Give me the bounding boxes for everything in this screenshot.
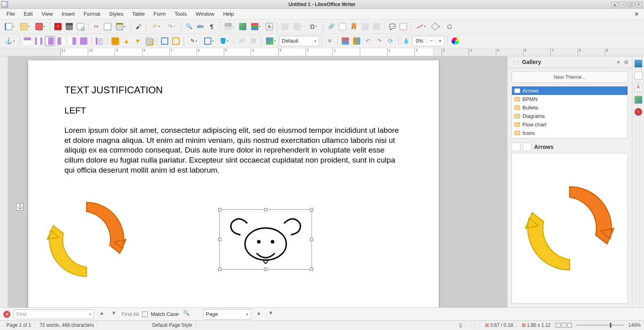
insert-symbol-button[interactable]: Ω	[306, 21, 321, 32]
window-up-button[interactable]: ▴	[611, 2, 618, 7]
insert-field-button[interactable]	[291, 21, 305, 32]
status-view-icons[interactable]	[556, 323, 572, 328]
resize-handle[interactable]	[218, 268, 221, 271]
resize-handle[interactable]	[218, 238, 221, 241]
wrap-page-button[interactable]	[33, 36, 44, 46]
clone-format-button[interactable]: 🖌	[133, 21, 144, 32]
bookmark-button[interactable]	[349, 21, 359, 32]
doc-body[interactable]: Lorem ipsum dolor sit amet, consectetur …	[64, 126, 402, 175]
menu-view[interactable]: View	[37, 10, 57, 18]
menu-window[interactable]: Window	[192, 10, 218, 18]
window-minimize-button[interactable]: –	[619, 2, 626, 7]
wrap-off-button[interactable]	[22, 36, 33, 46]
sidebar-gallery-icon[interactable]	[634, 96, 642, 104]
menu-edit[interactable]: Edit	[20, 10, 37, 18]
flip-h-button[interactable]	[351, 36, 362, 46]
sidebar-page-icon[interactable]: A	[634, 84, 642, 92]
document-page[interactable]: TEXT JUSTIFICATION LEFT Lorem ipsum dolo…	[28, 60, 439, 307]
anchor-button[interactable]: ⚓	[2, 36, 17, 46]
transparency-button[interactable]: 💧	[401, 36, 411, 46]
wrap-through-button[interactable]	[78, 36, 89, 46]
sidebar-properties-icon[interactable]	[634, 60, 642, 68]
rotate-button[interactable]: ⟳	[385, 36, 396, 46]
spellcheck-button[interactable]: abc	[195, 21, 206, 32]
status-page[interactable]: Page 1 of 1	[3, 322, 35, 328]
status-pagestyle[interactable]: Default Page Style	[149, 322, 196, 328]
gallery-grid-view-button[interactable]	[512, 142, 520, 151]
sidebar-settings-icon[interactable]: ⚙	[624, 59, 629, 65]
nav-prev-button[interactable]: ▲	[254, 310, 263, 319]
transparency-spin[interactable]: 0% − +	[412, 36, 445, 46]
redo-button[interactable]: ↷	[164, 21, 179, 32]
menu-tools[interactable]: Tools	[171, 10, 191, 18]
gallery-preview[interactable]	[512, 153, 628, 303]
vertical-ruler[interactable]	[0, 56, 8, 307]
draw-functions-button[interactable]: ⬠	[444, 21, 455, 32]
find-close-button[interactable]: ✕	[3, 311, 10, 318]
window-close-button[interactable]: ×	[635, 2, 642, 7]
inserted-gallery-object[interactable]	[40, 193, 133, 286]
status-zoom[interactable]: 140%	[628, 322, 641, 328]
backward-button[interactable]: ▼	[132, 36, 143, 46]
menu-table[interactable]: Table	[128, 10, 149, 18]
resize-handle[interactable]	[310, 268, 313, 271]
save-button[interactable]	[33, 21, 47, 32]
menu-form[interactable]: Form	[149, 10, 169, 18]
color-button[interactable]	[450, 36, 460, 46]
print-button[interactable]	[64, 21, 74, 32]
find-all-button[interactable]: Find All	[122, 311, 139, 317]
print-preview-button[interactable]	[75, 21, 86, 32]
border-style-button[interactable]: ✎	[186, 36, 201, 46]
gallery-theme-list[interactable]: Arrows BPMN Bullets Diagrams Flow chart …	[512, 86, 628, 138]
send-back-button[interactable]	[144, 36, 154, 46]
menu-styles[interactable]: Styles	[105, 10, 127, 18]
bring-front-button[interactable]	[110, 36, 120, 46]
resize-handle[interactable]	[310, 208, 313, 211]
export-pdf-button[interactable]: P	[53, 21, 63, 32]
insert-chart-button[interactable]	[249, 21, 263, 32]
wrap-optimal-button[interactable]	[45, 36, 55, 46]
insert-table-button[interactable]	[222, 21, 237, 32]
image-mode-combo[interactable]: Default	[279, 36, 319, 46]
menu-file[interactable]: File	[2, 10, 19, 18]
status-wordcount[interactable]: 72 words, 468 characters	[36, 322, 97, 328]
doc-close-icon[interactable]: ✕	[632, 10, 642, 18]
comment-button[interactable]: 💬	[387, 21, 397, 32]
selected-image-object[interactable]	[219, 209, 312, 270]
cross-ref-button[interactable]	[360, 21, 370, 32]
list-item[interactable]: Icons	[512, 129, 627, 137]
crop-button[interactable]: ⌗	[324, 36, 335, 46]
list-item[interactable]: Flow chart	[512, 120, 627, 129]
to-background-button[interactable]	[171, 36, 181, 46]
copy-button[interactable]	[102, 21, 113, 32]
sidebar-styles-icon[interactable]	[634, 72, 642, 80]
wrap-before-button[interactable]	[56, 36, 66, 46]
footnote-button[interactable]	[337, 21, 348, 32]
find-input[interactable]: Find▾	[14, 309, 94, 319]
find-next-button[interactable]: ▼	[109, 310, 118, 319]
new-doc-button[interactable]	[2, 21, 17, 32]
menu-insert[interactable]: Insert	[58, 10, 79, 18]
hyperlink-button[interactable]: 🔗	[326, 21, 336, 32]
transparency-minus[interactable]: −	[427, 38, 436, 44]
rotate-left-button[interactable]: ↶	[363, 36, 373, 46]
menu-format[interactable]: Format	[80, 10, 104, 18]
find-replace-button[interactable]: 🔍	[184, 21, 194, 32]
insert-image-button[interactable]	[237, 21, 248, 32]
open-button[interactable]	[18, 21, 32, 32]
rotate-right-button[interactable]: ↷	[374, 36, 384, 46]
nav-next-button[interactable]: ▼	[266, 310, 275, 319]
match-case-checkbox[interactable]	[142, 311, 148, 317]
resize-handle[interactable]	[264, 208, 267, 211]
horizontal-ruler[interactable]: 1110 98 76 54 32 1 12 34 56 78 9	[0, 48, 644, 56]
list-item[interactable]: Diagrams	[512, 112, 627, 120]
zoom-slider[interactable]	[576, 324, 624, 326]
document-area[interactable]: TEXT JUSTIFICATION LEFT Lorem ipsum dolo…	[8, 56, 507, 307]
resize-handle[interactable]	[310, 238, 313, 241]
list-item[interactable]: BPMN	[512, 95, 627, 103]
cut-button[interactable]: ✂	[91, 21, 101, 32]
status-signature[interactable]: 📄	[467, 322, 480, 328]
panel-grip-icon[interactable]: ⋮⋮	[511, 59, 520, 65]
forward-button[interactable]: ▲	[121, 36, 132, 46]
find-prev-button[interactable]: ▲	[97, 310, 106, 319]
